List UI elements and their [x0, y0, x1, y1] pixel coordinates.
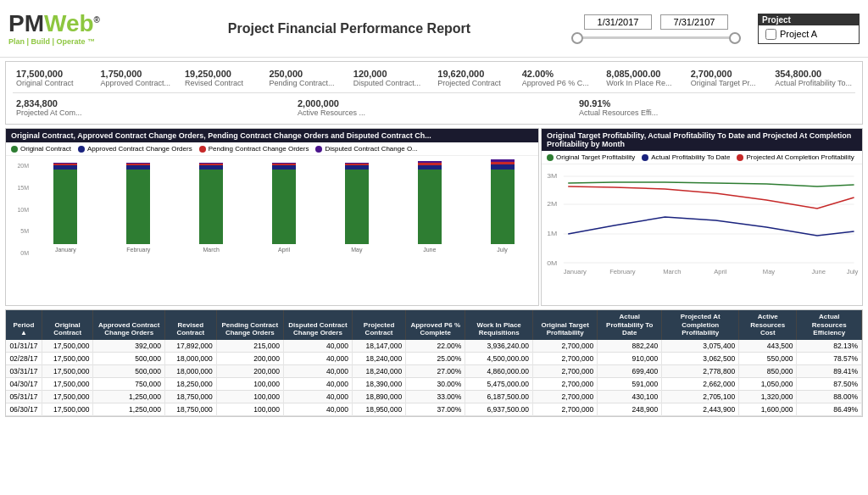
table-column-header[interactable]: Original Contract	[42, 310, 93, 340]
date-inputs	[584, 14, 728, 30]
svg-text:1M: 1M	[547, 229, 557, 237]
table-cell: 18,750,000	[164, 403, 216, 415]
report-title: Project Financial Performance Report	[127, 21, 571, 36]
table-cell: 215,000	[216, 340, 283, 353]
legend-label: Approved Contract Change Orders	[87, 145, 192, 153]
table-cell: 3,075,400	[662, 340, 739, 353]
legend-label: Projected At Completion Profitability	[746, 153, 854, 161]
y-axis-label: 10M	[8, 207, 29, 213]
date-range	[571, 14, 741, 42]
line-chart-container: Original Target Profitability, Actual Pr…	[541, 128, 863, 306]
table-column-header[interactable]: Projected Contract	[353, 310, 406, 340]
table-cell: 500,000	[93, 352, 164, 364]
table-cell: 40,000	[283, 390, 352, 403]
table-cell: 2,700,000	[533, 390, 598, 403]
table-cell: 6,937,500.00	[465, 403, 533, 415]
table-cell: 18,240,000	[353, 352, 406, 364]
table-cell: 2,700,000	[533, 340, 598, 353]
bar-group: March	[177, 159, 246, 253]
project-a-label: Project A	[780, 29, 817, 39]
table-cell: 22.00%	[406, 340, 465, 353]
table-header: Period ▲Original ContractApproved Contra…	[6, 310, 862, 340]
legend-label: Disputed Contract Change O...	[325, 145, 417, 153]
table-cell: 04/30/17	[6, 377, 42, 390]
table-cell: 40,000	[283, 403, 352, 415]
project-filter-title: Project	[759, 14, 859, 25]
legend-item: Approved Contract Change Orders	[78, 145, 192, 153]
bar-group: June	[395, 159, 464, 253]
table-cell: 248,900	[598, 403, 662, 415]
data-table: Period ▲Original ContractApproved Contra…	[5, 309, 863, 417]
date-from-input[interactable]	[584, 14, 652, 30]
table-cell: 17,500,000	[42, 352, 93, 364]
table-cell: 1,600,000	[739, 403, 797, 415]
svg-text:April: April	[714, 268, 727, 275]
date-slider[interactable]	[571, 36, 741, 39]
table-column-header[interactable]: Projected At Completion Profitability	[662, 310, 739, 340]
table-cell: 40,000	[283, 340, 352, 353]
legend-dot	[78, 146, 85, 153]
table-cell: 1,320,000	[739, 390, 797, 403]
table-cell: 82.13%	[797, 340, 862, 353]
slider-handle-left[interactable]	[571, 32, 583, 44]
table-column-header[interactable]: Active Resources Cost	[739, 310, 797, 340]
legend-item: Disputed Contract Change O...	[315, 145, 417, 153]
bar-stack	[53, 163, 77, 244]
bar-segment	[126, 170, 150, 244]
kpi-item: 2,700,000Original Target Pr...	[687, 67, 770, 89]
svg-text:0M: 0M	[547, 259, 557, 267]
table-column-header[interactable]: Actual Profitability To Date	[598, 310, 662, 340]
bar-group: February	[104, 159, 173, 253]
table-row: 03/31/1717,500,000500,00018,000,000200,0…	[6, 364, 862, 377]
table-row: 02/28/1717,500,000500,00018,000,000200,0…	[6, 352, 862, 364]
bar-chart-container: Original Contract, Approved Contract Cha…	[5, 128, 539, 306]
legend-label: Pending Contract Change Orders	[209, 145, 309, 153]
table-column-header[interactable]: Work In Place Requisitions	[465, 310, 533, 340]
table-column-header[interactable]: Period ▲	[6, 310, 42, 340]
table-cell: 4,500,000.00	[465, 352, 533, 364]
project-checkbox[interactable]: Project A	[765, 29, 852, 40]
table-column-header[interactable]: Disputed Contract Change Orders	[283, 310, 352, 340]
table-cell: 18,950,000	[353, 403, 406, 415]
bar-month-label: May	[351, 247, 362, 253]
table-cell: 3,062,500	[662, 352, 739, 364]
table-cell: 87.50%	[797, 377, 862, 390]
table-cell: 1,250,000	[93, 390, 164, 403]
kpi-item-row2: 2,834,800Projected At Com...	[13, 97, 292, 119]
bar-segment	[272, 170, 296, 244]
table-cell: 86.49%	[797, 403, 862, 415]
table-cell: 33.00%	[406, 390, 465, 403]
bar-month-label: July	[497, 247, 507, 253]
legend-item: Original Target Profitability	[547, 153, 635, 161]
logo: PMWeb® Plan | Build | Operate ™	[8, 12, 127, 46]
table-cell: 18,390,000	[353, 377, 406, 390]
table-cell: 02/28/17	[6, 352, 42, 364]
table-cell: 17,500,000	[42, 390, 93, 403]
table-cell: 25.00%	[406, 352, 465, 364]
date-to-input[interactable]	[660, 14, 728, 30]
table-cell: 910,000	[598, 352, 662, 364]
svg-text:July: July	[847, 268, 859, 275]
kpi-item: 120,000Disputed Contract...	[350, 67, 432, 89]
header: PMWeb® Plan | Build | Operate ™ Project …	[0, 0, 868, 58]
svg-text:June: June	[812, 268, 826, 275]
table-column-header[interactable]: Revised Contract	[164, 310, 216, 340]
table-column-header[interactable]: Actual Resources Efficiency	[797, 310, 862, 340]
svg-text:May: May	[763, 268, 776, 275]
table-cell: 18,147,000	[353, 340, 406, 353]
slider-handle-right[interactable]	[729, 32, 741, 44]
kpi-item: 19,250,000Revised Contract	[181, 67, 264, 89]
bar-segment	[53, 170, 77, 244]
table-column-header[interactable]: Original Target Profitability	[533, 310, 598, 340]
bar-month-label: April	[278, 247, 290, 253]
table-column-header[interactable]: Pending Contract Change Orders	[216, 310, 283, 340]
line-chart-title: Original Target Profitability, Actual Pr…	[542, 129, 862, 151]
table-cell: 03/31/17	[6, 364, 42, 377]
table-column-header[interactable]: Approved Contract Change Orders	[93, 310, 164, 340]
bar-stack	[272, 163, 296, 244]
table-column-header[interactable]: Approved P6 % Complete	[406, 310, 465, 340]
bar-group: May	[322, 159, 391, 253]
table-cell: 392,000	[93, 340, 164, 353]
bar-segment	[345, 170, 369, 244]
project-a-checkbox[interactable]	[765, 29, 776, 40]
